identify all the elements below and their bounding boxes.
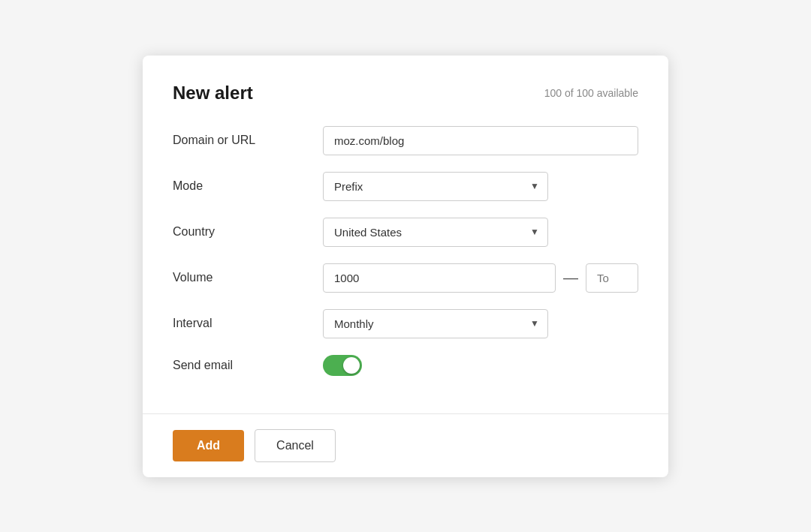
- domain-input[interactable]: [323, 126, 638, 155]
- mode-label: Mode: [173, 179, 323, 193]
- volume-from-input[interactable]: [323, 263, 556, 293]
- send-email-control-wrap: [323, 355, 638, 376]
- send-email-row: Send email: [173, 355, 638, 376]
- interval-label: Interval: [173, 317, 323, 330]
- new-alert-dialog: New alert 100 of 100 available Domain or…: [143, 56, 668, 477]
- volume-label: Volume: [173, 271, 323, 284]
- country-select[interactable]: United States United Kingdom Canada Aust…: [323, 218, 548, 247]
- domain-row: Domain or URL: [173, 126, 638, 155]
- domain-label: Domain or URL: [173, 134, 323, 147]
- mode-select[interactable]: Prefix Exact Subdomain: [323, 172, 548, 201]
- interval-row: Interval Monthly Weekly Daily ▼: [173, 309, 638, 338]
- volume-control-wrap: —: [323, 263, 638, 293]
- add-button[interactable]: Add: [173, 430, 244, 461]
- interval-select[interactable]: Monthly Weekly Daily: [323, 309, 548, 338]
- mode-row: Mode Prefix Exact Subdomain ▼: [173, 172, 638, 201]
- dialog-footer: Add Cancel: [143, 413, 668, 477]
- volume-row: Volume —: [173, 263, 638, 293]
- interval-control-wrap: Monthly Weekly Daily ▼: [323, 309, 638, 338]
- country-row: Country United States United Kingdom Can…: [173, 218, 638, 247]
- send-email-toggle[interactable]: [323, 355, 362, 376]
- dialog-title: New alert: [173, 83, 253, 104]
- mode-control-wrap: Prefix Exact Subdomain ▼: [323, 172, 638, 201]
- available-count: 100 of 100 available: [544, 87, 638, 99]
- interval-select-wrap: Monthly Weekly Daily ▼: [323, 309, 548, 338]
- toggle-wrap: [323, 355, 638, 376]
- country-select-wrap: United States United Kingdom Canada Aust…: [323, 218, 548, 247]
- volume-to-input[interactable]: [586, 263, 638, 293]
- country-control-wrap: United States United Kingdom Canada Aust…: [323, 218, 638, 247]
- cancel-button[interactable]: Cancel: [255, 429, 336, 462]
- volume-range-row: —: [323, 263, 638, 293]
- country-label: Country: [173, 225, 323, 239]
- dialog-header: New alert 100 of 100 available: [173, 83, 638, 104]
- mode-select-wrap: Prefix Exact Subdomain ▼: [323, 172, 548, 201]
- dialog-body: New alert 100 of 100 available Domain or…: [143, 56, 668, 413]
- domain-control-wrap: [323, 126, 638, 155]
- send-email-label: Send email: [173, 359, 323, 372]
- volume-dash: —: [563, 269, 578, 287]
